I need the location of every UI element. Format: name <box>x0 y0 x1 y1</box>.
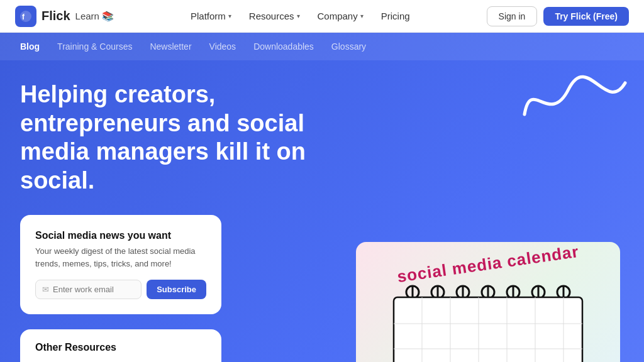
hero-section: Blog Training & Courses Newsletter Video… <box>0 33 644 362</box>
nav-resources[interactable]: Resources ▾ <box>242 7 308 25</box>
nav-pricing[interactable]: Pricing <box>374 7 418 25</box>
hero-right: social media calendar <box>352 80 624 362</box>
flick-logo-icon[interactable]: f <box>15 6 36 27</box>
hero-left: Helping creators, entrepreneurs and soci… <box>20 80 352 362</box>
email-input[interactable] <box>53 285 135 294</box>
navbar-left: f Flick Learn 📚 <box>15 6 114 27</box>
subscribe-button[interactable]: Subscribe <box>147 280 206 299</box>
email-icon: ✉ <box>42 285 49 294</box>
logo-text[interactable]: Flick <box>42 9 70 23</box>
hero-headline: Helping creators, entrepreneurs and soci… <box>20 80 352 195</box>
newsletter-card: Social media news you want Your weekly d… <box>20 215 221 314</box>
subnav-newsletter[interactable]: Newsletter <box>150 41 191 52</box>
company-chevron-icon: ▾ <box>360 13 364 19</box>
navbar-right: Sign in Try Flick (Free) <box>487 6 629 26</box>
resources-title: Other Resources <box>35 342 206 353</box>
signin-button[interactable]: Sign in <box>487 6 538 26</box>
email-form: ✉ Subscribe <box>35 280 206 299</box>
newsletter-description: Your weekly digest of the latest social … <box>35 245 206 270</box>
platform-chevron-icon: ▾ <box>228 13 231 19</box>
learn-emoji: 📚 <box>102 11 114 22</box>
navbar-center: Platform ▾ Resources ▾ Company ▾ Pricing <box>183 7 418 25</box>
learn-badge[interactable]: Learn 📚 <box>75 11 114 22</box>
navbar: f Flick Learn 📚 Platform ▾ Resources ▾ C… <box>0 0 644 33</box>
subnav: Blog Training & Courses Newsletter Video… <box>0 33 644 60</box>
email-input-wrapper: ✉ <box>35 280 142 299</box>
nav-company[interactable]: Company ▾ <box>310 7 371 25</box>
subnav-blog[interactable]: Blog <box>20 41 40 52</box>
other-resources-card: Other Resources 🎓 Academy Free courses f… <box>20 329 221 362</box>
nav-platform[interactable]: Platform ▾ <box>183 7 239 25</box>
calendar-card: social media calendar <box>356 242 620 362</box>
try-free-button[interactable]: Try Flick (Free) <box>543 7 629 26</box>
subnav-downloadables[interactable]: Downloadables <box>253 41 314 52</box>
calendar-illustration <box>387 280 589 362</box>
subnav-training[interactable]: Training & Courses <box>57 41 132 52</box>
learn-label: Learn <box>75 11 99 21</box>
subnav-videos[interactable]: Videos <box>209 41 236 52</box>
subnav-glossary[interactable]: Glossary <box>331 41 366 52</box>
resources-chevron-icon: ▾ <box>297 13 300 19</box>
newsletter-title: Social media news you want <box>35 230 206 241</box>
hero-content: Helping creators, entrepreneurs and soci… <box>0 60 644 362</box>
